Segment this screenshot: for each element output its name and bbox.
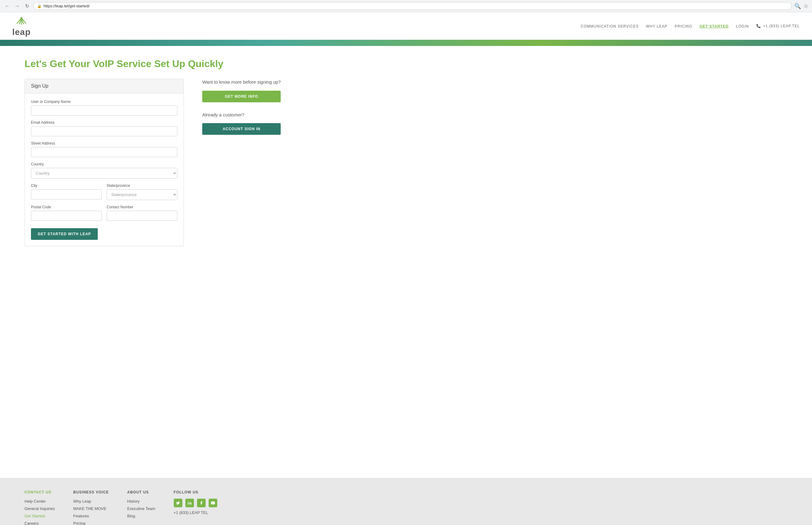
state-province-label: State/province: [107, 183, 177, 188]
hero-strip: [0, 40, 812, 46]
forward-button[interactable]: →: [14, 2, 21, 10]
contact-number-group: Contact Number: [107, 205, 177, 221]
footer-heading-follow-us: FOLLOW US: [174, 490, 217, 494]
footer-link-make-the-move[interactable]: MAKE THE MOVE: [73, 506, 106, 511]
footer-link-history[interactable]: History: [127, 499, 139, 504]
nav-phone: 📞 +1 (833) LEAP.TEL: [756, 24, 800, 28]
state-province-group: State/province State/province California…: [107, 183, 177, 200]
footer-link-item: Get Started: [25, 513, 55, 518]
nav-item-communication-services[interactable]: COMMUNICATION SERVICES: [581, 24, 638, 29]
bookmark-button[interactable]: ☆: [803, 3, 808, 10]
footer-link-pricing[interactable]: Pricing: [73, 521, 86, 525]
footer-col-business-voice: BUSINESS VOICE Why Leap MAKE THE MOVE Fe…: [73, 490, 109, 525]
email-address-input[interactable]: [31, 126, 177, 136]
linkedin-icon[interactable]: [186, 499, 194, 507]
page-title: Let's Get Your VoIP Service Set Up Quick…: [25, 58, 787, 70]
footer-link-item: General Inquiries: [25, 506, 55, 511]
footer-link-item: Pricing: [73, 521, 109, 525]
main-content: Let's Get Your VoIP Service Set Up Quick…: [0, 46, 812, 478]
footer-link-blog[interactable]: Blog: [127, 514, 135, 518]
form-body: User or Company Name Email Address Stree…: [25, 93, 183, 246]
footer-col-about-us: ABOUT US History Executive Team Blog: [127, 490, 156, 525]
nav-item-pricing[interactable]: PRICING: [675, 24, 692, 29]
logo[interactable]: leap: [12, 15, 31, 37]
country-group: Country Country United States Canada Uni…: [31, 162, 177, 179]
form-card-header: Sign Up: [25, 79, 183, 93]
footer-link-item: Why Leap: [73, 499, 109, 504]
back-button[interactable]: ←: [4, 2, 11, 10]
url-text: https://leap.tel/get-started/: [44, 4, 788, 8]
get-started-button[interactable]: GET STARTED WITH LEAP: [31, 228, 98, 240]
main-nav: COMMUNICATION SERVICES WHY LEAP PRICING …: [581, 24, 800, 29]
address-bar[interactable]: 🔒 https://leap.tel/get-started/: [33, 2, 792, 10]
footer-columns: CONTACT US Help Center General Inquiries…: [25, 490, 787, 525]
postal-code-input[interactable]: [31, 211, 102, 221]
footer-links-contact-us: Help Center General Inquiries Get Starte…: [25, 499, 55, 525]
nav-link-why-leap[interactable]: WHY LEAP: [646, 24, 667, 29]
nav-item-login[interactable]: LOGIN: [736, 24, 749, 29]
footer-link-general-inquiries[interactable]: General Inquiries: [25, 506, 55, 511]
account-signin-button[interactable]: ACCOUNT SIGN IN: [202, 123, 281, 135]
search-button[interactable]: 🔍: [794, 3, 801, 10]
footer-link-item: Blog: [127, 513, 156, 518]
country-select[interactable]: Country United States Canada United King…: [31, 168, 177, 179]
facebook-icon[interactable]: [197, 499, 206, 507]
logo-text: leap: [12, 27, 31, 37]
email-address-group: Email Address: [31, 120, 177, 136]
postal-code-group: Postal Code: [31, 205, 102, 221]
nav-link-get-started[interactable]: GET STARTED: [699, 24, 729, 29]
street-address-label: Street Address: [31, 141, 177, 146]
youtube-icon[interactable]: [209, 499, 217, 507]
footer-links-about-us: History Executive Team Blog: [127, 499, 156, 518]
nav-link-login[interactable]: LOGIN: [736, 24, 749, 29]
phone-number: +1 (833) LEAP.TEL: [763, 24, 800, 28]
street-address-input[interactable]: [31, 147, 177, 157]
footer-link-item: Careers: [25, 521, 55, 525]
nav-link-communication-services[interactable]: COMMUNICATION SERVICES: [581, 24, 638, 29]
logo-area: leap: [12, 15, 31, 37]
twitter-icon[interactable]: [174, 499, 182, 507]
footer-phone: +1 (833) LEAP TEL: [174, 510, 217, 515]
city-input[interactable]: [31, 189, 102, 199]
browser-chrome: ← → ↻ 🔒 https://leap.tel/get-started/ 🔍 …: [0, 0, 812, 12]
footer-col-contact-us: CONTACT US Help Center General Inquiries…: [25, 490, 55, 525]
contact-number-label: Contact Number: [107, 205, 177, 209]
footer-link-get-started[interactable]: Get Started: [25, 514, 45, 518]
city-group: City: [31, 183, 102, 200]
city-label: City: [31, 183, 102, 188]
footer-col-follow-us: FOLLOW US +1 (833) LEAP TEL: [174, 490, 217, 525]
country-label: Country: [31, 162, 177, 166]
footer-link-item: History: [127, 499, 156, 504]
footer-link-help-center[interactable]: Help Center: [25, 499, 46, 504]
email-address-label: Email Address: [31, 120, 177, 125]
form-title: Sign Up: [31, 83, 48, 89]
logo-icon: [14, 15, 29, 27]
footer-link-why-leap[interactable]: Why Leap: [73, 499, 91, 504]
postal-contact-row: Postal Code Contact Number: [31, 205, 177, 226]
footer-link-executive-team[interactable]: Executive Team: [127, 506, 156, 511]
state-province-select[interactable]: State/province California New York Texas: [107, 189, 177, 200]
footer-heading-about-us: ABOUT US: [127, 490, 156, 494]
nav-link-pricing[interactable]: PRICING: [675, 24, 692, 29]
footer-link-item: MAKE THE MOVE: [73, 506, 109, 511]
footer-link-careers[interactable]: Careers: [25, 521, 39, 525]
social-icons: [174, 499, 217, 507]
footer-link-features[interactable]: Features: [73, 514, 89, 518]
city-state-row: City State/province State/province Calif…: [31, 183, 177, 205]
contact-number-input[interactable]: [107, 211, 177, 221]
already-customer-text: Already a customer?: [202, 111, 281, 119]
reload-button[interactable]: ↻: [23, 2, 31, 10]
nav-item-get-started[interactable]: GET STARTED: [699, 24, 729, 29]
footer-heading-contact-us: CONTACT US: [25, 490, 55, 494]
user-company-name-group: User or Company Name: [31, 100, 177, 116]
user-company-name-label: User or Company Name: [31, 100, 177, 104]
footer-link-item: Features: [73, 513, 109, 518]
street-address-group: Street Address: [31, 141, 177, 157]
site-footer: CONTACT US Help Center General Inquiries…: [0, 478, 812, 525]
get-more-info-button[interactable]: GET MORE INFO: [202, 91, 281, 102]
postal-code-label: Postal Code: [31, 205, 102, 209]
nav-item-why-leap[interactable]: WHY LEAP: [646, 24, 667, 29]
footer-link-item: Executive Team: [127, 506, 156, 511]
content-layout: Sign Up User or Company Name Email Addre…: [25, 79, 787, 246]
user-company-name-input[interactable]: [31, 105, 177, 116]
